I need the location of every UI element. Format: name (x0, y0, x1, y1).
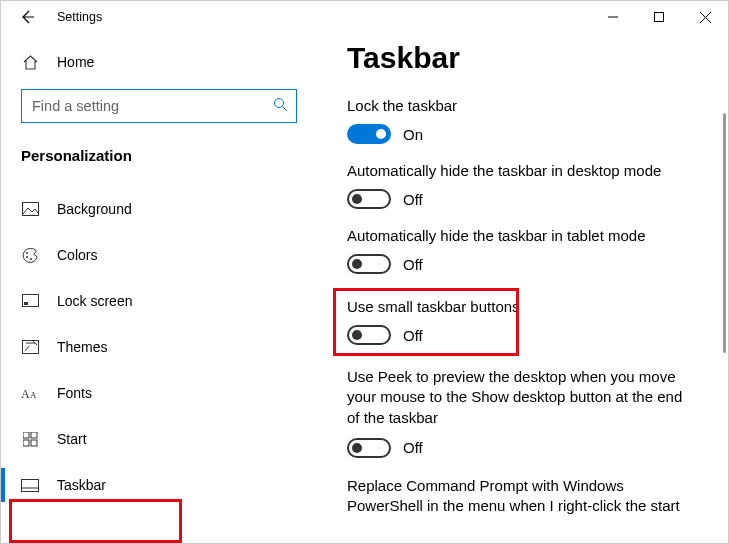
sidebar-item-lockscreen[interactable]: Lock screen (1, 278, 311, 324)
sidebar-nav-list: Background Colors Lock screen Themes (1, 178, 311, 508)
svg-line-5 (283, 107, 288, 112)
sidebar-group-header: Personalization (1, 123, 311, 178)
toggle-state: On (403, 126, 423, 143)
svg-rect-17 (23, 440, 29, 446)
taskbar-icon (21, 479, 39, 492)
sidebar-item-taskbar[interactable]: Taskbar (1, 462, 311, 508)
toggle-state: Off (403, 439, 423, 456)
svg-point-7 (26, 252, 28, 254)
picture-icon (21, 202, 39, 217)
setting-label: Automatically hide the taskbar in tablet… (347, 227, 688, 244)
sidebar-item-start[interactable]: Start (1, 416, 311, 462)
page-title: Taskbar (347, 41, 688, 75)
sidebar-item-label: Background (57, 201, 132, 217)
toggle-small-buttons[interactable] (347, 325, 391, 345)
setting-lock-taskbar: Lock the taskbar On (347, 97, 688, 144)
toggle-peek[interactable] (347, 438, 391, 458)
toggle-state: Off (403, 191, 423, 208)
sidebar-item-label: Themes (57, 339, 108, 355)
setting-label: Use Peek to preview the desktop when you… (347, 367, 688, 428)
svg-point-9 (30, 258, 32, 260)
sidebar: Home Personalization Background (1, 33, 311, 543)
lockscreen-icon (21, 294, 39, 308)
svg-rect-12 (22, 340, 38, 353)
toggle-autohide-desktop[interactable] (347, 189, 391, 209)
setting-label: Automatically hide the taskbar in deskto… (347, 162, 688, 179)
themes-icon (21, 340, 39, 355)
sidebar-item-colors[interactable]: Colors (1, 232, 311, 278)
start-icon (21, 432, 39, 447)
maximize-button[interactable] (636, 1, 682, 33)
setting-autohide-desktop: Automatically hide the taskbar in deskto… (347, 162, 688, 209)
scrollbar[interactable] (723, 113, 726, 353)
setting-small-buttons: Use small taskbar buttons Off (341, 292, 688, 355)
sidebar-item-label: Start (57, 431, 87, 447)
sidebar-item-label: Fonts (57, 385, 92, 401)
arrow-left-icon (19, 9, 35, 25)
svg-rect-6 (22, 202, 38, 215)
palette-icon (21, 247, 39, 264)
svg-rect-1 (655, 13, 664, 22)
toggle-lock-taskbar[interactable] (347, 124, 391, 144)
toggle-state: Off (403, 327, 423, 344)
close-button[interactable] (682, 1, 728, 33)
maximize-icon (654, 12, 664, 22)
setting-label: Use small taskbar buttons (347, 298, 682, 315)
svg-rect-11 (24, 302, 28, 305)
svg-point-8 (26, 256, 28, 258)
titlebar: Settings (1, 1, 728, 33)
sidebar-item-label: Taskbar (57, 477, 106, 493)
svg-rect-16 (31, 432, 37, 438)
fonts-icon: AA (21, 386, 39, 400)
search-icon (273, 97, 288, 115)
toggle-autohide-tablet[interactable] (347, 254, 391, 274)
sidebar-item-label: Colors (57, 247, 97, 263)
svg-rect-15 (23, 432, 29, 438)
back-button[interactable] (11, 1, 43, 33)
svg-text:A: A (21, 387, 30, 400)
sidebar-item-background[interactable]: Background (1, 186, 311, 232)
home-icon (21, 54, 39, 71)
setting-replace-cmd: Replace Command Prompt with Windows Powe… (347, 476, 688, 517)
home-label: Home (57, 54, 94, 70)
window-title: Settings (57, 10, 102, 24)
setting-peek: Use Peek to preview the desktop when you… (347, 367, 688, 458)
toggle-state: Off (403, 256, 423, 273)
sidebar-item-label: Lock screen (57, 293, 132, 309)
close-icon (700, 12, 711, 23)
minimize-button[interactable] (590, 1, 636, 33)
svg-text:A: A (30, 390, 37, 400)
content-area: Taskbar Lock the taskbar On Automaticall… (311, 33, 728, 543)
window-controls (590, 1, 728, 33)
home-nav[interactable]: Home (1, 43, 311, 81)
sidebar-item-fonts[interactable]: AA Fonts (1, 370, 311, 416)
svg-rect-19 (22, 479, 39, 491)
minimize-icon (608, 12, 618, 22)
svg-point-4 (275, 99, 284, 108)
search-box[interactable] (21, 89, 297, 123)
svg-rect-18 (31, 440, 37, 446)
search-input[interactable] (30, 97, 273, 115)
sidebar-item-themes[interactable]: Themes (1, 324, 311, 370)
setting-label: Replace Command Prompt with Windows Powe… (347, 476, 688, 517)
setting-autohide-tablet: Automatically hide the taskbar in tablet… (347, 227, 688, 274)
setting-label: Lock the taskbar (347, 97, 688, 114)
